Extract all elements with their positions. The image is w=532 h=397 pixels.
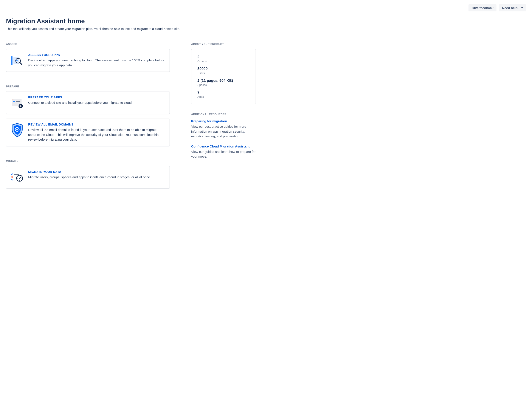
- assess-apps-icon: 011: [11, 54, 24, 67]
- card-prepare-your-apps[interactable]: PREPARE YOUR APPS Connect to a cloud sit…: [6, 92, 170, 114]
- section-label-prepare: PREPARE: [6, 85, 170, 88]
- card-body: MIGRATE YOUR DATA Migrate users, groups,…: [28, 170, 165, 180]
- svg-point-21: [11, 179, 13, 180]
- stat-apps: 7 Apps: [198, 90, 249, 98]
- stat-value: 2 (11 pages, 904 KB): [198, 79, 249, 83]
- svg-rect-12: [13, 104, 18, 104]
- stat-value: 7: [198, 90, 249, 95]
- stat-value: 50000: [198, 67, 249, 71]
- card-review-email-domains[interactable]: REVIEW ALL EMAIL DOMAINS Review all the …: [6, 119, 170, 146]
- resources-label: ADDITIONAL RESOURCES: [191, 113, 256, 116]
- card-desc: Connect to a cloud site and install your…: [28, 100, 165, 105]
- give-feedback-button[interactable]: Give feedback: [469, 4, 496, 11]
- card-migrate-your-data[interactable]: MIGRATE YOUR DATA Migrate users, groups,…: [6, 166, 170, 188]
- prepare-apps-icon: [11, 96, 24, 110]
- about-label: ABOUT YOUR PRODUCT: [191, 43, 256, 46]
- card-title: PREPARE YOUR APPS: [28, 96, 165, 99]
- svg-rect-0: [11, 56, 12, 65]
- need-help-button[interactable]: Need help?: [499, 4, 526, 11]
- resource-desc: View our best practice guides for more i…: [191, 124, 256, 139]
- top-bar: Give feedback Need help?: [6, 4, 526, 11]
- chevron-down-icon: [521, 7, 523, 8]
- section-label-assess: ASSESS: [6, 43, 170, 46]
- card-title: MIGRATE YOUR DATA: [28, 170, 165, 174]
- page-title: Migration Assistant home: [6, 18, 526, 25]
- button-label: Give feedback: [471, 6, 494, 10]
- page-subtitle: This tool will help you assess and creat…: [6, 27, 526, 31]
- resource-ccma: Confluence Cloud Migration Assistant Vie…: [191, 144, 256, 159]
- svg-text:011: 011: [15, 60, 18, 62]
- card-title: ASSESS YOUR APPS: [28, 53, 165, 57]
- svg-rect-11: [13, 103, 20, 103]
- stat-value: 2: [198, 55, 249, 59]
- stat-label: Users: [198, 71, 249, 75]
- card-body: PREPARE YOUR APPS Connect to a cloud sit…: [28, 96, 165, 105]
- svg-point-7: [13, 100, 14, 100]
- stat-label: Spaces: [198, 83, 249, 87]
- svg-rect-10: [16, 101, 20, 102]
- resource-preparing-for-migration: Preparing for migration View our best pr…: [191, 119, 256, 139]
- svg-point-17: [11, 174, 13, 175]
- card-desc: Review all the email domains found in yo…: [28, 127, 165, 142]
- migrate-data-icon: [11, 171, 24, 184]
- svg-rect-9: [13, 101, 15, 102]
- stat-label: Groups: [198, 60, 249, 63]
- stat-spaces: 2 (11 pages, 904 KB) Spaces: [198, 79, 249, 87]
- stat-users: 50000 Users: [198, 67, 249, 75]
- card-body: ASSESS YOUR APPS Decide which apps you n…: [28, 53, 165, 68]
- shield-icon: [11, 124, 24, 137]
- section-label-migrate: MIGRATE: [6, 160, 170, 162]
- stat-label: Apps: [198, 95, 249, 98]
- svg-line-4: [20, 62, 22, 65]
- card-title: REVIEW ALL EMAIL DOMAINS: [28, 123, 165, 126]
- resource-link[interactable]: Confluence Cloud Migration Assistant: [191, 144, 256, 148]
- card-desc: Migrate users, groups, spaces and apps t…: [28, 175, 165, 180]
- card-assess-your-apps[interactable]: 011 ASSESS YOUR APPS Decide which apps y…: [6, 49, 170, 72]
- svg-point-8: [15, 100, 15, 100]
- button-label: Need help?: [502, 6, 520, 10]
- card-desc: Decide which apps you need to bring to c…: [28, 58, 165, 68]
- svg-point-6: [12, 100, 13, 100]
- side-column: ABOUT YOUR PRODUCT 2 Groups 50000 Users …: [191, 41, 256, 165]
- main-column: ASSESS 011 ASSESS YOUR APPS Decide which…: [6, 41, 170, 193]
- about-product-card: 2 Groups 50000 Users 2 (11 pages, 904 KB…: [191, 49, 256, 104]
- resource-link[interactable]: Preparing for migration: [191, 119, 256, 123]
- main-layout: ASSESS 011 ASSESS YOUR APPS Decide which…: [6, 41, 526, 193]
- stat-groups: 2 Groups: [198, 55, 249, 63]
- resource-desc: View our guides and learn how to prepare…: [191, 149, 256, 159]
- card-body: REVIEW ALL EMAIL DOMAINS Review all the …: [28, 123, 165, 142]
